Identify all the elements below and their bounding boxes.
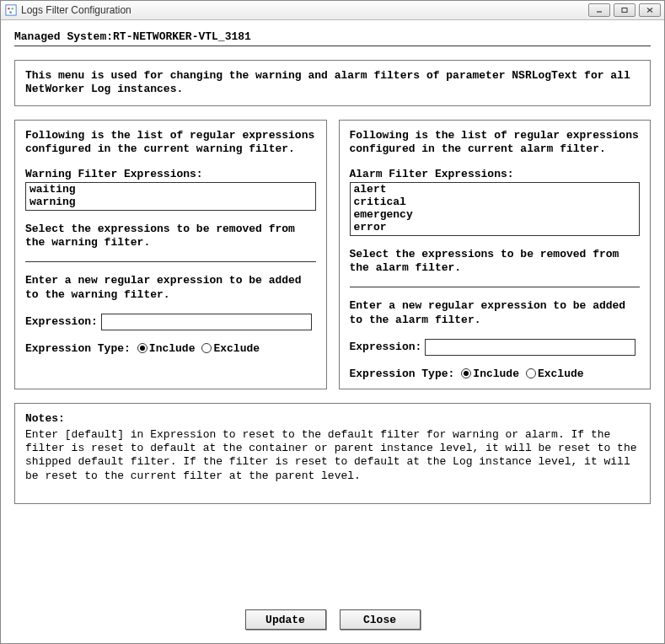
warning-list-label: Warning Filter Expressions:	[25, 168, 316, 180]
alarm-add-text: Enter a new regular expression to be add…	[350, 299, 641, 327]
alarm-include-label: Include	[473, 368, 519, 380]
radio-icon	[201, 343, 212, 353]
warning-filter-listbox[interactable]: waiting warning	[25, 182, 316, 211]
warning-add-text: Enter a new regular expression to be add…	[25, 274, 316, 302]
alarm-remove-text: Select the expressions to be removed fro…	[350, 248, 641, 276]
warning-expression-label: Expression:	[25, 315, 98, 328]
update-button[interactable]: Update	[245, 609, 326, 630]
warning-desc: Following is the list of regular express…	[25, 129, 316, 157]
alarm-panel: Following is the list of regular express…	[339, 120, 652, 389]
alarm-list-label: Alarm Filter Expressions:	[350, 168, 641, 180]
alarm-exclude-label: Exclude	[538, 368, 584, 380]
alarm-exclude-radio[interactable]: Exclude	[523, 368, 584, 380]
svg-rect-0	[6, 5, 16, 15]
alarm-desc: Following is the list of regular express…	[350, 129, 641, 157]
close-window-button[interactable]	[639, 3, 661, 17]
managed-system-label: Managed System:	[14, 30, 113, 43]
radio-icon	[526, 368, 536, 378]
warning-exclude-radio[interactable]: Exclude	[198, 342, 260, 355]
titlebar: Logs Filter Configuration	[1, 1, 664, 20]
alarm-expression-label: Expression:	[350, 341, 422, 353]
alarm-include-radio[interactable]: Include	[458, 368, 519, 380]
managed-system-header: Managed System:RT-NETWORKER-VTL_3181	[14, 30, 651, 46]
maximize-button[interactable]	[614, 3, 636, 17]
alarm-expression-input[interactable]	[425, 339, 636, 356]
notes-title: Notes:	[25, 412, 640, 425]
radio-icon	[461, 368, 471, 378]
notes-panel: Notes: Enter [default] in Expression to …	[14, 403, 651, 504]
window-title: Logs Filter Configuration	[21, 4, 588, 16]
svg-point-3	[9, 11, 12, 13]
app-icon	[4, 3, 18, 17]
warning-divider	[25, 261, 316, 262]
alarm-type-label: Expression Type:	[350, 368, 455, 380]
client-area: Managed System:RT-NETWORKER-VTL_3181 Thi…	[1, 20, 664, 643]
warning-remove-text: Select the expressions to be removed fro…	[25, 223, 316, 250]
alarm-divider	[350, 287, 641, 287]
close-button[interactable]: Close	[340, 609, 421, 630]
window-frame: Logs Filter Configuration Managed System…	[0, 0, 665, 644]
intro-panel: This menu is used for changing the warni…	[14, 60, 651, 106]
minimize-button[interactable]	[588, 3, 610, 17]
intro-text: This menu is used for changing the warni…	[25, 69, 630, 95]
warning-type-label: Expression Type:	[25, 342, 131, 355]
svg-point-2	[11, 8, 13, 10]
svg-point-1	[8, 8, 10, 10]
managed-system-value: RT-NETWORKER-VTL_3181	[113, 30, 251, 43]
warning-include-label: Include	[149, 342, 196, 355]
alarm-filter-listbox[interactable]: alert critical emergency error	[350, 182, 641, 236]
radio-icon	[137, 343, 147, 353]
warning-panel: Following is the list of regular express…	[14, 120, 327, 389]
warning-expression-input[interactable]	[101, 314, 312, 330]
warning-exclude-label: Exclude	[213, 342, 260, 355]
svg-rect-5	[622, 8, 627, 13]
warning-include-radio[interactable]: Include	[134, 342, 196, 355]
notes-body: Enter [default] in Expression to reset t…	[25, 428, 640, 483]
